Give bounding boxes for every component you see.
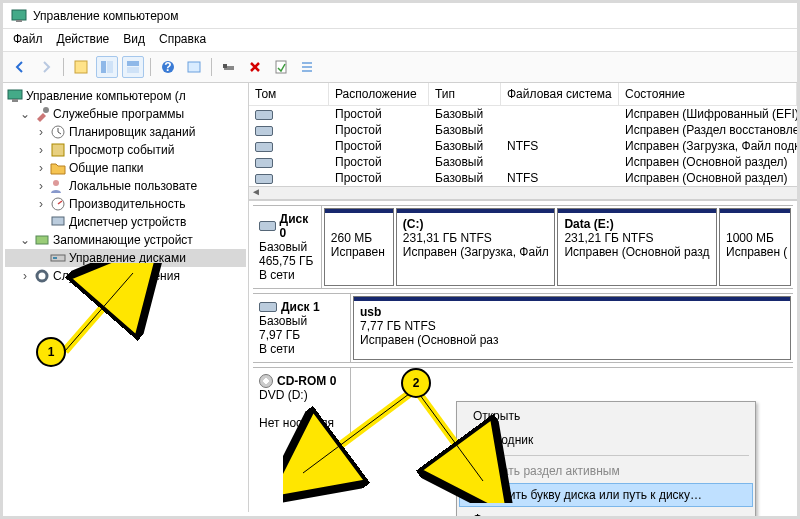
disk1-part-usb[interactable]: usb7,77 ГБ NTFSИсправен (Основной раз: [353, 296, 791, 360]
tree-root[interactable]: Управление компьютером (л: [5, 87, 246, 105]
ctx-format[interactable]: Форматировать…: [459, 507, 753, 519]
ctx-make-active: Сделать раздел активным: [459, 459, 753, 483]
col-layout[interactable]: Расположение: [329, 83, 429, 105]
svg-rect-3: [101, 61, 106, 73]
volume-row[interactable]: ПростойБазовыйNTFSИсправен (Загрузка, Фа…: [249, 138, 797, 154]
clock-icon: [50, 124, 66, 140]
tree-performance[interactable]: ›Производительность: [5, 195, 246, 213]
cd-icon: [259, 374, 273, 388]
tree-shared-folders[interactable]: ›Общие папки: [5, 159, 246, 177]
svg-rect-1: [16, 20, 22, 22]
list-button[interactable]: [296, 56, 318, 78]
disk0-partitions: 260 МБИсправен (C:)231,31 ГБ NTFSИсправе…: [322, 206, 793, 288]
tree-storage[interactable]: ⌄Запоминающие устройст: [5, 231, 246, 249]
tree-disk-management[interactable]: Управление дисками: [5, 249, 246, 267]
refresh-button[interactable]: [183, 56, 205, 78]
disk0-header[interactable]: Диск 0 Базовый 465,75 ГБ В сети: [253, 206, 322, 288]
perf-icon: [50, 196, 66, 212]
svg-point-18: [53, 180, 59, 186]
svg-rect-23: [53, 257, 57, 259]
svg-rect-5: [127, 61, 139, 66]
context-menu: Открыть Проводник Сделать раздел активны…: [456, 401, 756, 519]
view-button-1[interactable]: [96, 56, 118, 78]
menu-file[interactable]: Файл: [13, 32, 43, 46]
storage-icon: [34, 232, 50, 248]
svg-rect-9: [188, 62, 200, 72]
annotation-marker-2: 2: [401, 368, 431, 398]
svg-rect-21: [36, 236, 48, 244]
volume-row[interactable]: ПростойБазовыйNTFSИсправен (Основной раз…: [249, 170, 797, 186]
tree-services[interactable]: ›Службы и приложения: [5, 267, 246, 285]
volume-row[interactable]: ПростойБазовыйИсправен (Основной раздел): [249, 154, 797, 170]
menubar: Файл Действие Вид Справка: [3, 29, 797, 52]
expand-icon[interactable]: ›: [35, 179, 47, 193]
menu-help[interactable]: Справка: [159, 32, 206, 46]
tree-device-manager[interactable]: Диспетчер устройств: [5, 213, 246, 231]
svg-point-24: [37, 271, 47, 281]
ctx-change-drive-letter[interactable]: Изменить букву диска или путь к диску…: [459, 483, 753, 507]
volume-list[interactable]: Том Расположение Тип Файловая система Со…: [249, 83, 797, 201]
delete-button[interactable]: [244, 56, 266, 78]
disk0-row[interactable]: Диск 0 Базовый 465,75 ГБ В сети 260 МБИс…: [253, 205, 793, 289]
svg-rect-0: [12, 10, 26, 20]
volume-icon: [255, 126, 273, 136]
settings-button[interactable]: [218, 56, 240, 78]
svg-rect-4: [107, 61, 113, 73]
help-button[interactable]: ?: [157, 56, 179, 78]
svg-point-15: [43, 107, 49, 113]
svg-rect-11: [223, 64, 227, 68]
svg-rect-6: [127, 67, 139, 73]
expand-icon[interactable]: ›: [35, 143, 47, 157]
show-hide-tree-button[interactable]: [70, 56, 92, 78]
cdrom-header[interactable]: CD-ROM 0 DVD (D:) Нет носителя: [253, 368, 351, 436]
menu-action[interactable]: Действие: [57, 32, 110, 46]
volume-row[interactable]: ПростойБазовыйИсправен (Раздел восстанов…: [249, 122, 797, 138]
disk-icon: [259, 302, 277, 312]
event-icon: [50, 142, 66, 158]
expand-icon[interactable]: ›: [35, 197, 47, 211]
expand-icon[interactable]: ›: [35, 161, 47, 175]
svg-rect-17: [52, 144, 64, 156]
disk0-part4[interactable]: 1000 МБИсправен (: [719, 208, 791, 286]
disk0-part-e[interactable]: Data (E:)231,21 ГБ NTFSИсправен (Основно…: [557, 208, 717, 286]
volume-icon: [255, 142, 273, 152]
ctx-open[interactable]: Открыть: [459, 404, 753, 428]
view-button-2[interactable]: [122, 56, 144, 78]
toolbar-separator: [150, 58, 151, 76]
disk0-part-c[interactable]: (C:)231,31 ГБ NTFSИсправен (Загрузка, Фа…: [396, 208, 556, 286]
forward-button[interactable]: [35, 56, 57, 78]
app-icon: [11, 8, 27, 24]
folder-share-icon: [50, 160, 66, 176]
col-volume[interactable]: Том: [249, 83, 329, 105]
svg-rect-20: [52, 217, 64, 225]
device-icon: [50, 214, 66, 230]
tree-task-scheduler[interactable]: ›Планировщик заданий: [5, 123, 246, 141]
menu-view[interactable]: Вид: [123, 32, 145, 46]
tree-event-viewer[interactable]: ›Просмотр событий: [5, 141, 246, 159]
annotation-marker-1: 1: [36, 337, 66, 367]
horizontal-scrollbar[interactable]: [249, 186, 797, 200]
nav-tree[interactable]: Управление компьютером (л ⌄ Служебные пр…: [3, 83, 249, 512]
back-button[interactable]: [9, 56, 31, 78]
collapse-icon[interactable]: ⌄: [19, 107, 31, 121]
svg-text:?: ?: [164, 60, 171, 74]
tree-system-tools[interactable]: ⌄ Служебные программы: [5, 105, 246, 123]
disk-icon: [259, 221, 276, 231]
collapse-icon[interactable]: ⌄: [19, 233, 31, 247]
window-title: Управление компьютером: [33, 9, 178, 23]
col-type[interactable]: Тип: [429, 83, 501, 105]
expand-icon[interactable]: ›: [19, 269, 31, 283]
volume-list-header: Том Расположение Тип Файловая система Со…: [249, 83, 797, 106]
disk1-header[interactable]: Диск 1 Базовый 7,97 ГБ В сети: [253, 294, 351, 362]
volume-row[interactable]: ПростойБазовыйИсправен (Шифрованный (EFI…: [249, 106, 797, 122]
expand-icon[interactable]: ›: [35, 125, 47, 139]
ctx-explorer[interactable]: Проводник: [459, 428, 753, 452]
disk1-row[interactable]: Диск 1 Базовый 7,97 ГБ В сети usb7,77 ГБ…: [253, 293, 793, 363]
col-filesystem[interactable]: Файловая система: [501, 83, 619, 105]
col-state[interactable]: Состояние: [619, 83, 797, 105]
tree-local-users[interactable]: ›Локальные пользовате: [5, 177, 246, 195]
disk0-part1[interactable]: 260 МБИсправен: [324, 208, 394, 286]
toolbar-separator: [63, 58, 64, 76]
properties-button[interactable]: [270, 56, 292, 78]
disk1-partitions: usb7,77 ГБ NTFSИсправен (Основной раз: [351, 294, 793, 362]
